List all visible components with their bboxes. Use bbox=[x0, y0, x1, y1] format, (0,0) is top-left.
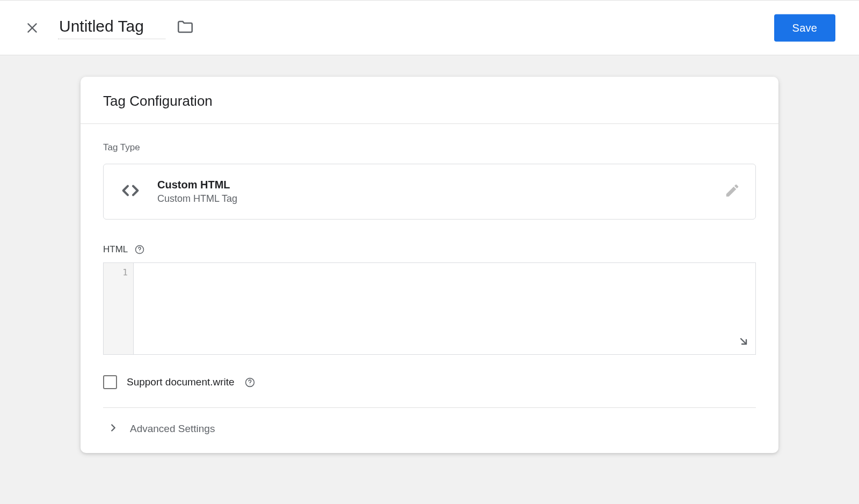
resize-icon bbox=[737, 335, 750, 348]
tag-type-selector[interactable]: Custom HTML Custom HTML Tag bbox=[103, 164, 756, 220]
close-button[interactable] bbox=[24, 19, 41, 36]
advanced-settings-label: Advanced Settings bbox=[130, 423, 215, 435]
svg-point-3 bbox=[140, 252, 140, 252]
tag-type-subtitle: Custom HTML Tag bbox=[157, 193, 237, 204]
folder-button[interactable] bbox=[176, 18, 194, 38]
tag-type-label: Tag Type bbox=[103, 142, 756, 153]
support-document-write-help-button[interactable] bbox=[244, 377, 256, 388]
close-icon bbox=[25, 21, 39, 35]
chevron-right-icon bbox=[107, 422, 119, 436]
code-icon bbox=[120, 180, 141, 203]
svg-point-6 bbox=[250, 384, 250, 385]
html-field-label: HTML bbox=[103, 244, 128, 255]
editor-resize-handle[interactable] bbox=[737, 335, 750, 350]
tag-type-text: Custom HTML Custom HTML Tag bbox=[157, 179, 237, 204]
line-number: 1 bbox=[104, 267, 133, 277]
support-document-write-checkbox[interactable] bbox=[103, 375, 117, 389]
folder-icon bbox=[176, 18, 194, 36]
pencil-icon bbox=[724, 182, 740, 199]
help-icon bbox=[244, 377, 256, 388]
tag-config-card: Tag Configuration Tag Type Custom HTML C… bbox=[81, 77, 778, 453]
card-title: Tag Configuration bbox=[81, 77, 778, 124]
workspace: Tag Configuration Tag Type Custom HTML C… bbox=[0, 55, 859, 504]
top-bar: Save bbox=[0, 0, 859, 55]
html-editor: 1 bbox=[103, 262, 756, 355]
advanced-settings-toggle[interactable]: Advanced Settings bbox=[103, 408, 756, 453]
support-document-write-label: Support document.write bbox=[127, 376, 235, 388]
help-icon bbox=[134, 244, 145, 255]
tag-type-name: Custom HTML bbox=[157, 179, 237, 191]
save-button[interactable]: Save bbox=[774, 14, 835, 41]
html-editor-textarea[interactable] bbox=[134, 263, 755, 354]
edit-tag-type-button[interactable] bbox=[724, 182, 740, 201]
svg-line-4 bbox=[741, 339, 746, 344]
tag-title-input[interactable] bbox=[58, 16, 165, 39]
html-help-button[interactable] bbox=[134, 244, 145, 255]
editor-gutter: 1 bbox=[104, 263, 134, 354]
